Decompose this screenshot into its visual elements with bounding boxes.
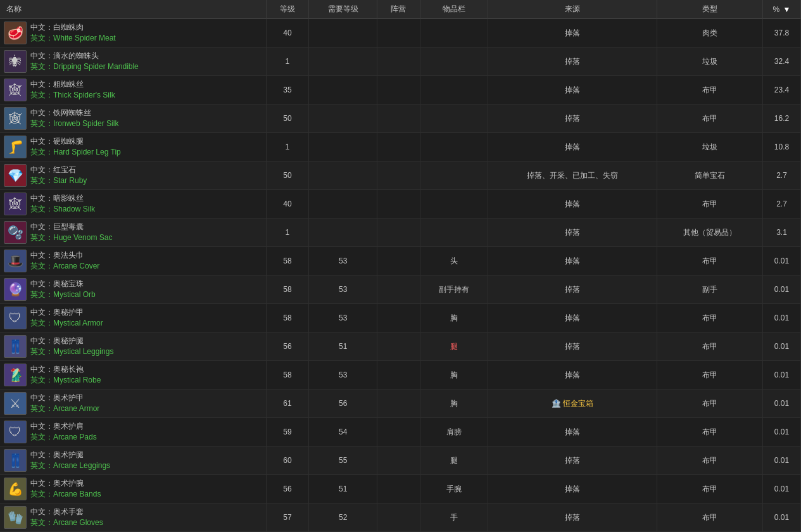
item-name-en[interactable]: 英文：Arcane Cover	[30, 261, 99, 272]
item-name-cn[interactable]: 中文：白蜘蛛肉	[30, 22, 116, 33]
item-faction	[377, 48, 420, 76]
item-source: 掉落	[488, 475, 657, 504]
item-name-cn[interactable]: 中文：滴水的蜘蛛头	[30, 51, 139, 61]
item-name-en[interactable]: 英文：Arcane Leggings	[30, 460, 110, 471]
item-pct: 0.01	[763, 446, 801, 475]
item-name-en[interactable]: 英文：Arcane Gloves	[30, 517, 103, 528]
item-name-cn[interactable]: 中文：奥术手套	[30, 507, 103, 517]
item-icon: 👖	[4, 335, 27, 358]
item-level: 58	[266, 361, 309, 390]
item-faction	[377, 247, 420, 276]
item-source: 掉落	[488, 104, 657, 133]
item-level: 50	[266, 162, 309, 190]
item-name-en[interactable]: 英文：White Spider Meat	[30, 33, 116, 44]
item-type: 布甲	[657, 390, 762, 418]
item-name-en[interactable]: 英文：Hard Spider Leg Tip	[30, 147, 121, 158]
item-slot	[420, 190, 488, 218]
item-name-en[interactable]: 英文：Arcane Pads	[30, 432, 97, 443]
item-name-cn[interactable]: 中文：硬蜘蛛腿	[30, 136, 121, 147]
item-name-en[interactable]: 英文：Dripping Spider Mandible	[30, 61, 139, 72]
item-name-cn[interactable]: 中文：奥秘宝珠	[30, 279, 96, 289]
item-faction	[377, 190, 420, 218]
item-name-cn[interactable]: 中文：奥法头巾	[30, 250, 99, 261]
item-level: 58	[266, 304, 309, 332]
item-icon: 🕸	[4, 193, 27, 215]
item-name-en[interactable]: 英文：Huge Venom Sac	[30, 232, 112, 243]
item-source: 掉落	[488, 19, 657, 48]
item-level: 58	[266, 247, 309, 276]
item-icon: 🫧	[4, 221, 27, 244]
item-faction	[377, 276, 420, 304]
item-pct: 10.8	[763, 133, 801, 162]
item-name-cn[interactable]: 中文：铁网蜘蛛丝	[30, 108, 118, 118]
item-name-cn[interactable]: 中文：红宝石	[30, 165, 87, 175]
item-icon: 🔮	[4, 278, 27, 301]
item-name-en[interactable]: 英文：Star Ruby	[30, 175, 87, 186]
item-faction	[377, 218, 420, 247]
item-faction	[377, 162, 420, 190]
item-name-cn[interactable]: 中文：奥秘护甲	[30, 307, 103, 318]
item-name-en[interactable]: 英文：Mystical Robe	[30, 375, 101, 386]
item-name-cn[interactable]: 中文：奥术护甲	[30, 393, 99, 403]
item-slot: 手腕	[420, 475, 488, 504]
item-name-cell: 💎 中文：红宝石 英文：Star Ruby	[0, 162, 266, 190]
col-header-type[interactable]: 类型	[657, 0, 762, 19]
item-name-en[interactable]: 英文：Arcane Bands	[30, 489, 101, 500]
item-name-cell: 👖 中文：奥秘护腿 英文：Mystical Leggings	[0, 332, 266, 361]
item-name-en[interactable]: 英文：Arcane Armor	[30, 403, 99, 414]
item-name-en[interactable]: 英文：Thick Spider's Silk	[30, 90, 115, 101]
item-type: 垃圾	[657, 48, 762, 76]
item-type: 简单宝石	[657, 162, 762, 190]
item-name-cell: 🫧 中文：巨型毒囊 英文：Huge Venom Sac	[0, 218, 266, 247]
table-row: 👖 中文：奥秘护腿 英文：Mystical Leggings 5651腿掉落布甲…	[0, 332, 801, 361]
item-level: 40	[266, 19, 309, 48]
col-header-req-level[interactable]: 需要等级	[309, 0, 377, 19]
item-source: 掉落	[488, 504, 657, 532]
item-pct: 0.01	[763, 504, 801, 532]
item-type: 布甲	[657, 247, 762, 276]
item-name-cn[interactable]: 中文：奥秘长袍	[30, 364, 101, 375]
col-header-pct[interactable]: % ▼	[763, 0, 801, 19]
col-header-faction[interactable]: 阵营	[377, 0, 420, 19]
item-source: 掉落、开采、已加工、失窃	[488, 162, 657, 190]
col-header-name[interactable]: 名称	[0, 0, 266, 19]
item-name-en[interactable]: 英文：Shadow Silk	[30, 204, 95, 215]
item-name-cn[interactable]: 中文：奥术护腕	[30, 478, 101, 489]
item-name-cn[interactable]: 中文：奥术护肩	[30, 421, 97, 432]
table-row: 🕸 中文：粗蜘蛛丝 英文：Thick Spider's Silk 35掉落布甲2…	[0, 76, 801, 104]
item-faction	[377, 418, 420, 446]
item-faction	[377, 390, 420, 418]
source-link[interactable]: 🏦 恒金宝箱	[552, 399, 593, 408]
item-name-cell: 🕸 中文：暗影蛛丝 英文：Shadow Silk	[0, 190, 266, 218]
col-header-slot[interactable]: 物品栏	[420, 0, 488, 19]
item-req-level	[309, 19, 377, 48]
item-name-en[interactable]: 英文：Mystical Leggings	[30, 346, 113, 357]
item-source: 掉落	[488, 304, 657, 332]
item-name-en[interactable]: 英文：Mystical Orb	[30, 289, 96, 300]
item-icon: 🕷	[4, 50, 27, 73]
item-name-cn[interactable]: 中文：粗蜘蛛丝	[30, 79, 115, 90]
col-header-level[interactable]: 等级	[266, 0, 309, 19]
item-slot: 头	[420, 247, 488, 276]
item-level: 61	[266, 390, 309, 418]
item-req-level: 56	[309, 390, 377, 418]
item-name-cn[interactable]: 中文：巨型毒囊	[30, 222, 112, 232]
table-row: 🫧 中文：巨型毒囊 英文：Huge Venom Sac 1掉落其他（贸易品）3.…	[0, 218, 801, 247]
item-source: 掉落	[488, 446, 657, 475]
table-row: 🛡 中文：奥术护肩 英文：Arcane Pads 5954肩膀掉落布甲0.01	[0, 418, 801, 446]
table-row: 👖 中文：奥术护腿 英文：Arcane Leggings 6055腿掉落布甲0.…	[0, 446, 801, 475]
item-name-cell: 🧤 中文：奥术手套 英文：Arcane Gloves	[0, 504, 266, 532]
item-source[interactable]: 🏦 恒金宝箱	[488, 390, 657, 418]
col-header-source[interactable]: 来源	[488, 0, 657, 19]
item-name-cn[interactable]: 中文：奥秘护腿	[30, 336, 113, 346]
item-level: 56	[266, 332, 309, 361]
item-req-level: 51	[309, 475, 377, 504]
item-name-en[interactable]: 英文：Mystical Armor	[30, 318, 103, 329]
item-req-level: 53	[309, 361, 377, 390]
item-icon: 💪	[4, 478, 27, 500]
item-name-cn[interactable]: 中文：奥术护腿	[30, 450, 110, 460]
item-slot	[420, 19, 488, 48]
item-name-cn[interactable]: 中文：暗影蛛丝	[30, 193, 95, 204]
item-pct: 0.01	[763, 332, 801, 361]
item-name-en[interactable]: 英文：Ironweb Spider Silk	[30, 118, 118, 129]
